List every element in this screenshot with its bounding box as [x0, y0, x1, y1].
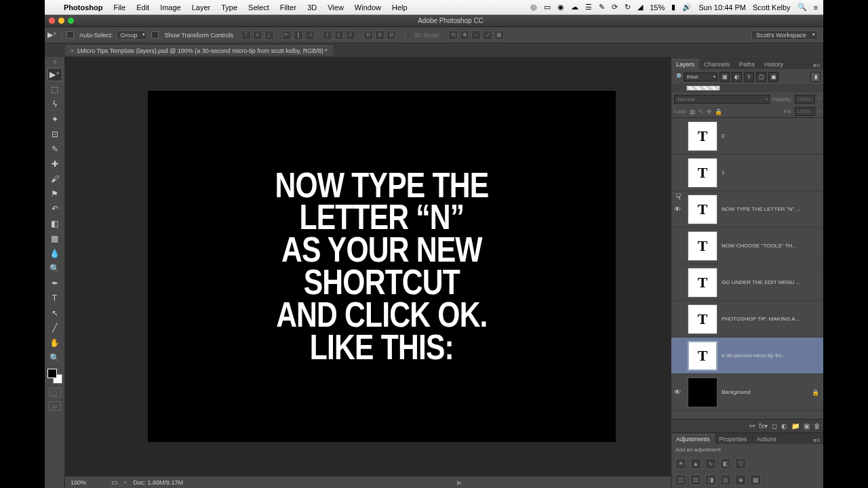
filter-smart-icon[interactable]: ▣	[768, 72, 778, 82]
history-brush-tool[interactable]: ↶	[47, 202, 62, 216]
distribute-icon[interactable]: ⫼	[387, 30, 396, 40]
menulet-icon[interactable]: ↻	[625, 3, 631, 12]
path-select-tool[interactable]: ↖	[47, 306, 62, 320]
layer-row[interactable]: Ta 30-second micro-tip fro...	[671, 338, 823, 374]
layer-thumb-type[interactable]: T	[688, 268, 717, 298]
menulet-icon[interactable]: ◎	[530, 3, 537, 12]
distribute-icon[interactable]: ⫴	[334, 30, 344, 40]
tab-properties[interactable]: Properties	[715, 434, 752, 444]
battery-percent[interactable]: 15%	[650, 3, 665, 12]
distribute-icon[interactable]: ⫴	[346, 30, 355, 40]
layer-row[interactable]: T1	[671, 155, 823, 191]
foreground-swatch[interactable]	[47, 369, 57, 378]
align-right-icon[interactable]: ⊣	[305, 30, 315, 40]
layer-name[interactable]: a 30-second micro-tip fro...	[722, 352, 821, 359]
magic-wand-tool[interactable]: ✦	[47, 113, 62, 126]
menu-file[interactable]: File	[108, 3, 131, 12]
crop-tool[interactable]: ⊡	[47, 127, 62, 141]
menu-filter[interactable]: Filter	[275, 3, 302, 12]
distribute-icon[interactable]: ⫴	[323, 30, 332, 40]
layer-thumb-type[interactable]: T	[688, 195, 717, 224]
app-menu[interactable]: Photoshop	[58, 3, 108, 12]
filter-toggle-icon[interactable]: ▮	[810, 72, 821, 82]
clone-stamp-tool[interactable]: ⚑	[47, 187, 62, 201]
lasso-tool[interactable]: ϟ	[47, 98, 62, 111]
3d-mode-icon[interactable]: ✥	[460, 30, 469, 40]
auto-select-type[interactable]: Group	[117, 30, 147, 40]
notifications-icon[interactable]: ≡	[814, 3, 818, 12]
layer-name[interactable]: GO UNDER THE EDIT MENU ...	[722, 279, 821, 285]
eraser-tool[interactable]: ◧	[47, 217, 62, 230]
status-icon[interactable]: ▭	[111, 479, 117, 486]
opacity-field[interactable]: 100%	[795, 95, 815, 104]
menulet-icon[interactable]: ✎	[599, 3, 605, 12]
window-close[interactable]	[49, 18, 55, 24]
layer-thumb-type[interactable]: T	[688, 341, 717, 371]
menu-select[interactable]: Select	[243, 3, 275, 12]
document-tab[interactable]: × 1Micro Tips Template (layers).psd @ 10…	[65, 45, 333, 56]
canvas[interactable]: NOW TYPE THELETTER “N”AS YOUR NEWSHORTCU…	[148, 91, 616, 442]
blur-tool[interactable]: 💧	[47, 247, 62, 260]
tab-actions[interactable]: Actions	[752, 434, 782, 444]
status-icon[interactable]: ▫	[124, 479, 127, 486]
wifi-icon[interactable]: ◢	[637, 3, 643, 12]
distribute-icon[interactable]: ⫼	[375, 30, 384, 40]
layer-visibility-toggle[interactable]: 👁	[671, 388, 684, 396]
adj-lookup-icon[interactable]: ▦	[750, 474, 761, 485]
layer-row[interactable]: 👁Background🔒	[671, 374, 823, 411]
move-tool[interactable]: ▶⁺	[47, 68, 62, 81]
align-bottom-icon[interactable]: ⊥	[264, 30, 274, 40]
tab-adjustments[interactable]: Adjustments	[671, 434, 715, 444]
delete-layer-icon[interactable]: 🗑	[814, 422, 821, 430]
quick-mask-icon[interactable]: ◯	[49, 388, 61, 397]
screen-mode-icon[interactable]: ▭	[49, 401, 61, 411]
align-top-icon[interactable]: ⊤	[241, 30, 251, 40]
layer-group-icon[interactable]: 📁	[791, 422, 800, 430]
adj-exposure-icon[interactable]: ◧	[720, 458, 731, 469]
menulet-icon[interactable]: ◉	[557, 3, 564, 12]
menulet-icon[interactable]: ▭	[544, 3, 551, 12]
zoom-tool[interactable]: 🔍	[47, 351, 62, 365]
new-layer-icon[interactable]: ▣	[804, 422, 810, 430]
volume-icon[interactable]: 🔊	[682, 3, 692, 12]
layer-thumb-type[interactable]: T	[688, 158, 717, 188]
menu-type[interactable]: Type	[216, 3, 243, 12]
layer-name[interactable]: NOW CHOOSE "TOOLS" TH...	[722, 243, 821, 249]
close-tab-icon[interactable]: ×	[71, 47, 74, 54]
link-layers-icon[interactable]: ⚯	[749, 422, 755, 430]
fill-field[interactable]: 100%	[795, 107, 815, 116]
adj-levels-icon[interactable]: ▲	[690, 458, 701, 469]
layer-row[interactable]: T2	[671, 118, 823, 155]
tab-layers[interactable]: Layers	[671, 59, 699, 69]
workspace-select[interactable]: Scott's Workspace	[751, 30, 818, 40]
lock-image-icon[interactable]: ✎	[698, 108, 704, 115]
panel-grip-icon[interactable]: ⠿	[53, 60, 57, 66]
filter-adjust-icon[interactable]: ◐	[732, 72, 742, 82]
gradient-tool[interactable]: ▦	[47, 232, 62, 245]
lock-all-icon[interactable]: 🔒	[715, 108, 722, 115]
healing-brush-tool[interactable]: ✚	[47, 157, 62, 171]
status-arrow-icon[interactable]: ▶	[457, 479, 462, 486]
lock-transparency-icon[interactable]: ▦	[690, 108, 696, 115]
dodge-tool[interactable]: 🔍	[47, 262, 62, 275]
auto-select-checkbox[interactable]	[66, 31, 74, 39]
panel-menu-icon[interactable]: ▾≡	[810, 436, 823, 444]
layer-name[interactable]: PHOTOSHOP TIP: MAKING A...	[722, 316, 821, 322]
filter-shape-icon[interactable]: ▢	[756, 72, 766, 82]
menu-3d[interactable]: 3D	[302, 3, 322, 12]
blend-mode-select[interactable]: Normal	[674, 95, 770, 104]
menulet-icon[interactable]: ☰	[585, 3, 592, 12]
line-tool[interactable]: ╱	[47, 321, 62, 335]
layer-name[interactable]: 2	[722, 133, 821, 139]
filter-pixel-icon[interactable]: ▦	[719, 72, 730, 82]
layer-filter-select[interactable]: Kind	[684, 73, 717, 81]
panel-menu-icon[interactable]: ▾≡	[810, 62, 823, 69]
filter-type-icon[interactable]: T	[744, 72, 754, 82]
menulet-icon[interactable]: ☁	[571, 3, 578, 12]
adjustment-layer-icon[interactable]: ◐	[781, 422, 787, 430]
lock-position-icon[interactable]: ✥	[707, 108, 712, 115]
zoom-field[interactable]: 100%	[71, 479, 104, 486]
3d-mode-icon[interactable]: ▦	[494, 30, 504, 40]
clock[interactable]: Sun 10:44 PM	[698, 3, 746, 12]
window-minimize[interactable]	[58, 18, 64, 24]
